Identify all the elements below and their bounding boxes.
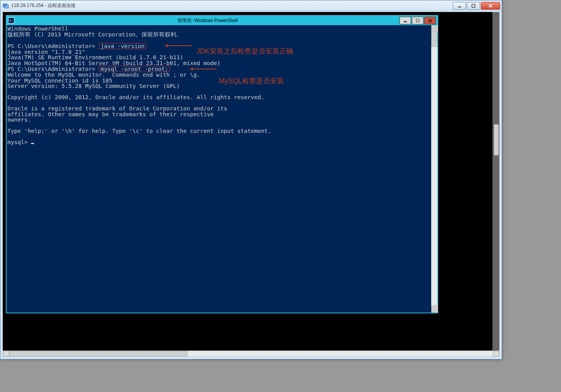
ps-scrollbar-thumb[interactable] <box>431 31 437 47</box>
terminal-line: affiliates. Other names may be trademark… <box>7 111 214 117</box>
powershell-body[interactable]: Windows PowerShell 版权所有 (C) 2013 Microso… <box>7 25 437 313</box>
rdc-vertical-scrollbar[interactable] <box>492 12 499 351</box>
ps-vertical-scrollbar[interactable] <box>431 25 437 313</box>
rdc-hscroll-thumb[interactable] <box>9 351 188 356</box>
hscroll-right-button[interactable] <box>493 351 499 356</box>
highlight-java-cmd: java -version <box>99 43 147 49</box>
highlight-mysql-cmd: mysql -uroot -proot; <box>99 66 170 72</box>
powershell-title-text: 管理员: Windows PowerShell <box>17 17 399 24</box>
ps-maximize-button[interactable] <box>412 17 423 24</box>
powershell-icon: >_ <box>8 17 14 24</box>
rdc-app-icon <box>3 3 9 9</box>
terminal-prompt: PS C:\Users\Administrator> <box>7 43 99 49</box>
svg-rect-4 <box>404 21 407 22</box>
ps-close-button[interactable] <box>424 17 436 24</box>
terminal-prompt: PS C:\Users\Administrator> <box>7 66 99 72</box>
svg-rect-2 <box>458 7 461 7</box>
close-button[interactable] <box>481 2 500 10</box>
terminal-line: Copyright (c) 2000, 2012, Oracle and/or … <box>7 94 264 100</box>
terminal-line: Server version: 5.5.28 MySQL Community S… <box>7 83 180 89</box>
ps-minimize-button[interactable] <box>399 17 411 24</box>
powershell-titlebar[interactable]: >_ 管理员: Windows PowerShell <box>7 16 437 25</box>
terminal-line: owners. <box>7 117 31 123</box>
rdc-window: 119.29.176.254 - 远程桌面连接 >_ 管理员: Windows … <box>0 0 502 359</box>
minimize-button[interactable] <box>453 2 466 10</box>
svg-rect-3 <box>472 4 475 7</box>
hscroll-left-button[interactable] <box>3 351 9 356</box>
terminal-line: Java HotSpot(TM) 64-Bit Server VM (build… <box>7 60 220 66</box>
rdc-titlebar[interactable]: 119.29.176.254 - 远程桌面连接 <box>0 0 502 11</box>
powershell-window: >_ 管理员: Windows PowerShell Windows Power… <box>6 15 438 313</box>
terminal-line: Type 'help;' or '\h' for help. Type '\c'… <box>7 128 271 134</box>
rdc-vscroll-thumb[interactable] <box>494 124 499 155</box>
rdc-client-area: >_ 管理员: Windows PowerShell Windows Power… <box>3 12 499 351</box>
rdc-title-text: 119.29.176.254 - 远程桌面连接 <box>11 2 452 9</box>
maximize-button[interactable] <box>467 2 480 10</box>
rdc-horizontal-scrollbar[interactable] <box>3 351 499 357</box>
svg-rect-5 <box>416 19 419 22</box>
terminal-line: 版权所有 (C) 2013 Microsoft Corporation。保留所有… <box>7 31 182 38</box>
cursor-icon <box>31 143 34 144</box>
terminal-output[interactable]: Windows PowerShell 版权所有 (C) 2013 Microso… <box>7 26 430 312</box>
mysql-prompt: mysql> <box>7 139 31 145</box>
svg-rect-1 <box>5 5 9 8</box>
